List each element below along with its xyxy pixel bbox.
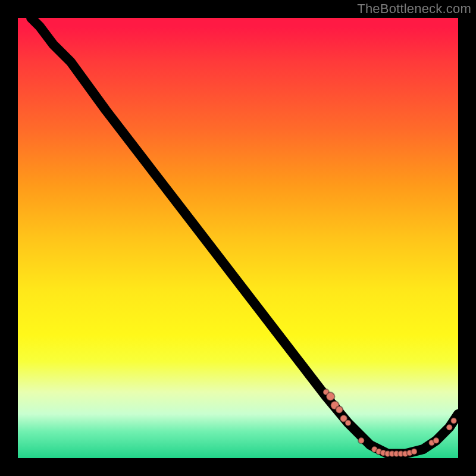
data-point <box>326 392 334 400</box>
data-point <box>433 437 439 443</box>
data-point <box>336 406 343 414</box>
data-point <box>358 437 364 443</box>
data-point <box>446 424 452 430</box>
data-point <box>345 420 351 426</box>
chart-frame: TheBottleneck.com <box>0 0 476 476</box>
watermark-text: TheBottleneck.com <box>357 1 471 17</box>
plot-area <box>18 18 458 458</box>
data-point <box>451 418 457 424</box>
curve-svg <box>18 18 458 458</box>
bottleneck-curve <box>31 18 458 454</box>
data-point <box>411 449 417 455</box>
